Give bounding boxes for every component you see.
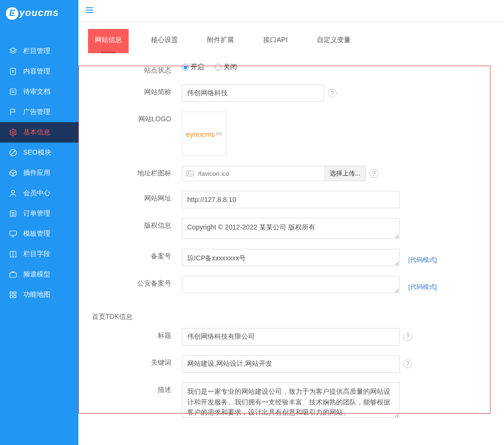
box-icon bbox=[9, 169, 17, 177]
layers-icon bbox=[9, 47, 17, 56]
sidebar-item-label: 会员中心 bbox=[23, 189, 50, 198]
svg-point-7 bbox=[12, 131, 15, 134]
sidebar-item-label: SEO模块 bbox=[23, 148, 51, 157]
gear-icon bbox=[9, 128, 17, 137]
sidebar-item-7[interactable]: 会员中心 bbox=[0, 183, 78, 203]
tab-0[interactable]: 网站信息 bbox=[88, 29, 129, 53]
svg-marker-0 bbox=[10, 48, 16, 52]
sidebar-item-label: 广告管理 bbox=[23, 108, 50, 116]
svg-rect-22 bbox=[10, 292, 13, 294]
circle-slash-icon bbox=[9, 148, 17, 157]
sidebar-item-10[interactable]: 栏目字段 bbox=[0, 244, 78, 264]
sidebar-item-label: 基本信息 bbox=[23, 128, 50, 137]
sidebar-item-8[interactable]: 订单管理 bbox=[0, 203, 78, 224]
svg-rect-25 bbox=[14, 296, 16, 298]
file-text-icon bbox=[9, 67, 17, 76]
svg-rect-24 bbox=[10, 296, 13, 298]
sidebar-menu: 栏目管理内容管理待审文档广告管理基本信息SEO模块插件应用会员中心订单管理模板管… bbox=[0, 27, 78, 305]
tv-icon bbox=[9, 270, 17, 279]
grid-icon bbox=[9, 290, 17, 299]
svg-rect-23 bbox=[14, 292, 16, 294]
sidebar-item-9[interactable]: 模板管理 bbox=[0, 224, 78, 244]
main-area: 网站信息核心设置附件扩展接口API自定义变量 站点状态 开启 关闭 bbox=[78, 0, 504, 445]
tab-3[interactable]: 接口API bbox=[256, 29, 295, 53]
sidebar-item-label: 频道模型 bbox=[23, 270, 50, 279]
svg-rect-21 bbox=[10, 273, 16, 277]
sidebar-item-6[interactable]: 插件应用 bbox=[0, 163, 78, 183]
sidebar-item-label: 模板管理 bbox=[23, 230, 50, 238]
topbar bbox=[78, 0, 504, 22]
svg-rect-4 bbox=[10, 89, 16, 95]
sidebar-item-label: 栏目字段 bbox=[23, 250, 50, 258]
brand-name: youcms bbox=[19, 7, 59, 20]
sidebar-item-3[interactable]: 广告管理 bbox=[0, 102, 78, 122]
svg-point-11 bbox=[12, 190, 15, 193]
brand-mark: E bbox=[6, 7, 18, 20]
sidebar-item-0[interactable]: 栏目管理 bbox=[0, 41, 78, 61]
inbox-icon bbox=[9, 87, 17, 96]
tab-4[interactable]: 自定义变量 bbox=[310, 29, 357, 53]
brand-logo[interactable]: E youcms bbox=[0, 0, 78, 27]
sidebar-item-4[interactable]: 基本信息 bbox=[0, 122, 78, 143]
sidebar-item-label: 待审文档 bbox=[23, 87, 50, 96]
svg-line-9 bbox=[11, 151, 15, 155]
flag-icon bbox=[9, 108, 17, 116]
sidebar-item-label: 订单管理 bbox=[23, 209, 50, 218]
sidebar-item-5[interactable]: SEO模块 bbox=[0, 143, 78, 163]
sidebar-item-12[interactable]: 功能地图 bbox=[0, 285, 78, 305]
highlight-box bbox=[78, 66, 490, 414]
user-icon bbox=[9, 189, 17, 198]
tab-1[interactable]: 核心设置 bbox=[144, 29, 185, 53]
sidebar-item-label: 功能地图 bbox=[23, 290, 50, 299]
sidebar-item-label: 插件应用 bbox=[23, 169, 50, 177]
columns-icon bbox=[9, 250, 17, 258]
tab-bar: 网站信息核心设置附件扩展接口API自定义变量 bbox=[78, 22, 504, 53]
sidebar-item-11[interactable]: 频道模型 bbox=[0, 264, 78, 285]
monitor-icon bbox=[9, 230, 17, 238]
list-icon bbox=[9, 209, 17, 218]
sidebar-item-label: 栏目管理 bbox=[23, 47, 50, 56]
sidebar-item-2[interactable]: 待审文档 bbox=[0, 82, 78, 102]
sidebar: E youcms 栏目管理内容管理待审文档广告管理基本信息SEO模块插件应用会员… bbox=[0, 0, 78, 445]
sidebar-item-1[interactable]: 内容管理 bbox=[0, 61, 78, 82]
form-wrap: 站点状态 开启 关闭 网站简称 ? bbox=[78, 53, 504, 445]
menu-toggle-icon[interactable] bbox=[84, 5, 95, 16]
sidebar-item-label: 内容管理 bbox=[23, 67, 50, 76]
svg-rect-1 bbox=[11, 68, 16, 75]
tab-2[interactable]: 附件扩展 bbox=[200, 29, 241, 53]
svg-rect-16 bbox=[10, 231, 16, 235]
